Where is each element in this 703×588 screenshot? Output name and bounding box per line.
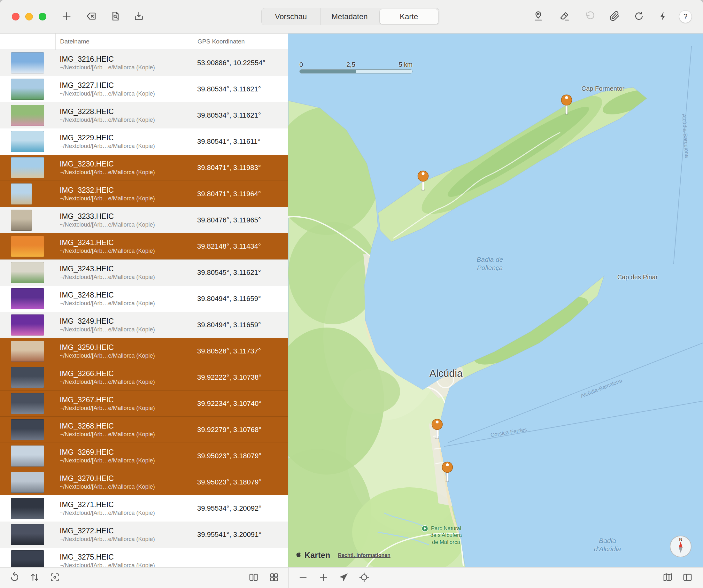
filename: IMG_3268.HEIC [60, 422, 193, 431]
table-row[interactable]: IMG_3232.HEIC ~/Nextcloud/[Arb…e/Mallorc… [0, 181, 288, 207]
table-row[interactable]: IMG_3233.HEIC ~/Nextcloud/[Arb…e/Mallorc… [0, 207, 288, 233]
file-path: ~/Nextcloud/[Arb…e/Mallorca (Kopie) [60, 562, 193, 568]
rotate-tool-button[interactable] [7, 571, 21, 585]
import-button[interactable] [132, 10, 146, 24]
file-path: ~/Nextcloud/[Arb…e/Mallorca (Kopie) [60, 90, 193, 97]
column-header-dateiname[interactable]: Dateiname [55, 33, 193, 50]
filename: IMG_3272.HEIC [60, 526, 193, 535]
table-row[interactable]: IMG_3230.HEIC ~/Nextcloud/[Arb…e/Mallorc… [0, 155, 288, 181]
gps-coordinates: 39.80545°, 3.11621° [193, 269, 288, 277]
grid-view-button[interactable] [267, 571, 281, 585]
file-path: ~/Nextcloud/[Arb…e/Mallorca (Kopie) [60, 378, 193, 386]
tab-karte[interactable]: Karte [380, 9, 438, 24]
thumbnail-column-header [0, 33, 55, 50]
file-path: ~/Nextcloud/[Arb…e/Mallorca (Kopie) [60, 143, 193, 150]
map-label-ferry-barcelona-diagonal: Alcúdia-Barcelona [580, 377, 623, 399]
gps-coordinates: 39.92222°, 3.10738° [193, 373, 288, 381]
table-row[interactable]: IMG_3269.HEIC ~/Nextcloud/[Arb…e/Mallorc… [0, 443, 288, 469]
help-button[interactable]: ? [679, 10, 692, 23]
compass[interactable]: N [669, 535, 692, 558]
close-button[interactable] [12, 13, 19, 20]
map-view[interactable]: Cap FormentorAlcúdia-BarcelonaBadia dePo… [288, 33, 703, 567]
map-label-badia-de-pollenca: Badia dePollença [477, 255, 503, 272]
file-path: ~/Nextcloud/[Arb…e/Mallorca (Kopie) [60, 326, 193, 333]
filename: IMG_3241.HEIC [60, 238, 193, 247]
minimize-button[interactable] [25, 13, 33, 20]
gps-coordinates: 53.90886°, 10.22554° [193, 59, 288, 67]
column-label: GPS Koordinaten [198, 38, 245, 45]
map-pin-2[interactable] [416, 170, 431, 191]
zoom-button[interactable] [39, 13, 46, 20]
navigate-button[interactable] [336, 571, 350, 585]
table-row[interactable]: IMG_3271.HEIC ~/Nextcloud/[Arb…e/Mallorc… [0, 495, 288, 521]
current-location-button[interactable] [357, 571, 371, 585]
map-pin-3[interactable] [430, 418, 445, 439]
document-search-icon [110, 11, 121, 23]
table-row[interactable]: IMG_3266.HEIC ~/Nextcloud/[Arb…e/Mallorc… [0, 364, 288, 390]
photo-thumbnail [11, 419, 44, 440]
map-scale: 0 2,5 5 km [299, 61, 412, 74]
map-pin-4[interactable] [440, 461, 455, 482]
quick-action-button[interactable] [656, 10, 670, 24]
table-row[interactable]: IMG_3267.HEIC ~/Nextcloud/[Arb…e/Mallorc… [0, 390, 288, 417]
table-row[interactable]: IMG_3243.HEIC ~/Nextcloud/[Arb…e/Mallorc… [0, 260, 288, 286]
tab-vorschau[interactable]: Vorschau [262, 8, 320, 25]
map-icon [662, 572, 673, 584]
inspect-button[interactable] [108, 10, 123, 24]
photo-thumbnail [11, 367, 44, 388]
photo-thumbnail [11, 550, 44, 568]
attach-button[interactable] [608, 10, 622, 24]
gps-coordinates: 39.92234°, 3.10740° [193, 399, 288, 408]
file-path: ~/Nextcloud/[Arb…e/Mallorca (Kopie) [60, 274, 193, 281]
table-row[interactable]: IMG_3249.HEIC ~/Nextcloud/[Arb…e/Mallorc… [0, 312, 288, 338]
column-header-gps[interactable]: GPS Koordinaten [193, 33, 288, 50]
assign-location-button[interactable] [531, 10, 545, 24]
file-path: ~/Nextcloud/[Arb…e/Mallorca (Kopie) [60, 300, 193, 307]
table-row[interactable]: IMG_3272.HEIC ~/Nextcloud/[Arb…e/Mallorc… [0, 521, 288, 548]
table-row[interactable]: IMG_3241.HEIC ~/Nextcloud/[Arb…e/Mallorc… [0, 233, 288, 260]
gps-coordinates: 39.95534°, 3.20092° [193, 504, 288, 513]
legal-info-link[interactable]: Rechtl. Informationen [338, 553, 390, 558]
table-row[interactable]: IMG_3216.HEIC ~/Nextcloud/[Arb…e/Mallorc… [0, 50, 288, 76]
undo-button[interactable] [583, 10, 597, 24]
filename: IMG_3249.HEIC [60, 317, 193, 326]
map-style-button[interactable] [660, 571, 675, 585]
content-area: Dateiname GPS Koordinaten IMG_3216.HEIC … [0, 33, 703, 567]
photo-thumbnail [11, 472, 44, 493]
tab-metadaten[interactable]: Metadaten [320, 8, 379, 25]
sync-button[interactable] [632, 10, 646, 24]
delete-button[interactable] [84, 10, 98, 24]
zoom-out-button[interactable] [296, 571, 310, 585]
park-icon [421, 525, 428, 534]
map-pin-1[interactable] [559, 94, 574, 115]
table-row[interactable]: IMG_3227.HEIC ~/Nextcloud/[Arb…e/Mallorc… [0, 76, 288, 102]
file-path: ~/Nextcloud/[Arb…e/Mallorca (Kopie) [60, 457, 193, 464]
zoom-in-button[interactable] [316, 571, 330, 585]
fit-selection-button[interactable] [48, 571, 62, 585]
table-row[interactable]: IMG_3228.HEIC ~/Nextcloud/[Arb…e/Mallorc… [0, 102, 288, 129]
add-button[interactable] [60, 10, 74, 24]
table-row[interactable]: IMG_3229.HEIC ~/Nextcloud/[Arb…e/Mallorc… [0, 129, 288, 155]
photo-thumbnail [11, 524, 44, 545]
erase-location-button[interactable] [557, 10, 571, 24]
gps-coordinates: 39.80494°, 3.11659° [193, 295, 288, 303]
filename: IMG_3271.HEIC [60, 500, 193, 509]
filename: IMG_3248.HEIC [60, 291, 193, 300]
sort-button[interactable] [27, 571, 42, 585]
photo-thumbnail [11, 210, 32, 231]
filename: IMG_3230.HEIC [60, 159, 193, 169]
gps-coordinates: 39.80541°, 3.11611° [193, 137, 288, 146]
table-view-button[interactable] [246, 571, 260, 585]
sync-icon [634, 11, 644, 23]
gps-coordinates: 39.80471°, 3.11964° [193, 190, 288, 198]
table-row[interactable]: IMG_3248.HEIC ~/Nextcloud/[Arb…e/Mallorc… [0, 286, 288, 312]
table-row[interactable]: IMG_3268.HEIC ~/Nextcloud/[Arb…e/Mallorc… [0, 417, 288, 443]
file-path: ~/Nextcloud/[Arb…e/Mallorca (Kopie) [60, 247, 193, 255]
table-row[interactable]: IMG_3275.HEIC ~/Nextcloud/[Arb…e/Mallorc… [0, 548, 288, 567]
toggle-sidebar-button[interactable] [680, 571, 694, 585]
filename: IMG_3228.HEIC [60, 107, 193, 116]
table-row[interactable]: IMG_3270.HEIC ~/Nextcloud/[Arb…e/Mallorc… [0, 469, 288, 495]
table-row[interactable]: IMG_3250.HEIC ~/Nextcloud/[Arb…e/Mallorc… [0, 338, 288, 364]
file-path: ~/Nextcloud/[Arb…e/Mallorca (Kopie) [60, 405, 193, 412]
filename: IMG_3270.HEIC [60, 474, 193, 483]
